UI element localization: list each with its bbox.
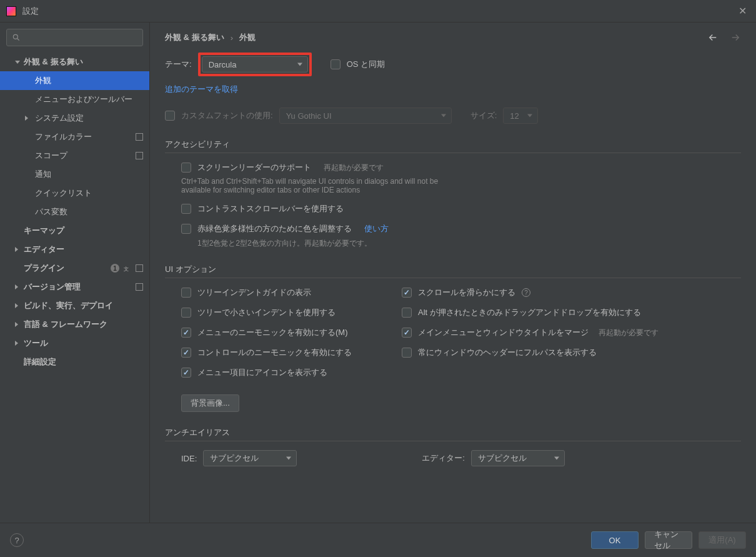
opt-menu-icons: メニュー項目にアイコンを表示する — [181, 367, 352, 378]
opt-control-mnemonics: コントロールのニーモニックを有効にする — [181, 347, 352, 358]
antialias-ide-label: IDE: — [181, 454, 197, 463]
color-adjust-label: 赤緑色覚多様性の方のために色を調整する — [197, 223, 352, 234]
search-input[interactable] — [6, 29, 143, 46]
content-pane: 外観 & 振る舞い › 外観 テーマ: Darcula OS と同期 追加のテー… — [150, 23, 756, 523]
help-button[interactable]: ? — [10, 533, 24, 547]
sidebar-item-keymap[interactable]: キーマップ — [0, 221, 149, 240]
locale-icon: 文 — [123, 264, 132, 273]
antialias-title: アンチエイリアス — [165, 427, 741, 438]
screenreader-checkbox[interactable] — [181, 163, 191, 173]
sidebar-item-languages-frameworks[interactable]: 言語 & フレームワーク — [0, 315, 149, 334]
antialias-editor-label: エディター: — [422, 453, 465, 464]
opt-tree-indent-guides: ツリーインデントガイドの表示 — [181, 287, 352, 298]
sidebar-item-version-control[interactable]: バージョン管理 — [0, 278, 149, 296]
checkbox[interactable] — [181, 368, 191, 378]
sidebar-item-scopes[interactable]: スコープ — [0, 146, 149, 165]
nav-back-icon[interactable] — [707, 32, 719, 43]
nav-forward-icon — [730, 32, 741, 43]
sidebar-item-notifications[interactable]: 通知 — [0, 165, 149, 184]
checkbox[interactable] — [402, 288, 412, 298]
apply-button[interactable]: 適用(A) — [699, 531, 746, 549]
antialias-editor-select[interactable]: サブピクセル — [471, 450, 565, 466]
cancel-button[interactable]: キャンセル — [645, 531, 692, 549]
sidebar-item-appearance[interactable]: 外観 — [0, 71, 149, 90]
checkbox[interactable] — [181, 328, 191, 338]
sidebar-item-file-colors[interactable]: ファイルカラー — [0, 128, 149, 146]
opt-merge-menu: メインメニューとウィンドウタイトルをマージ再起動が必要です — [402, 327, 659, 338]
contrast-scroll-checkbox[interactable] — [181, 204, 191, 214]
divider — [165, 441, 741, 441]
footer: ? OK キャンセル 適用(A) — [0, 523, 756, 557]
close-icon[interactable]: ✕ — [735, 5, 750, 17]
divider — [165, 153, 741, 153]
breadcrumb-leaf: 外観 — [239, 32, 256, 43]
sync-os-checkbox[interactable] — [331, 59, 341, 69]
uiopts-title: UI オプション — [165, 264, 741, 275]
howto-link[interactable]: 使い方 — [364, 223, 389, 234]
opt-smooth-scroll: スクロールを滑らかにする? — [402, 287, 659, 298]
sidebar-item-plugins[interactable]: プラグイン 1 文 — [0, 259, 149, 278]
custom-font-checkbox[interactable] — [165, 111, 175, 121]
antialias-ide-select[interactable]: サブピクセル — [203, 450, 297, 466]
sidebar-item-system-settings[interactable]: システム設定 — [0, 109, 149, 128]
font-size-select[interactable]: 12 — [503, 108, 538, 124]
sidebar-item-appearance-behavior[interactable]: 外観 & 振る舞い — [0, 53, 149, 71]
project-scope-icon — [136, 283, 143, 291]
divider — [165, 278, 741, 278]
restart-hint: 再起動が必要です — [324, 163, 384, 173]
update-badge: 1 — [111, 264, 119, 273]
sidebar-item-advanced[interactable]: 詳細設定 — [0, 353, 149, 371]
checkbox[interactable] — [181, 308, 191, 318]
custom-font-label: カスタムフォントの使用: — [181, 110, 273, 121]
sidebar-item-path-variables[interactable]: パス変数 — [0, 203, 149, 221]
opt-menu-mnemonics: メニューのニーモニックを有効にする(M) — [181, 327, 352, 338]
color-adjust-checkbox[interactable] — [181, 224, 191, 234]
sidebar-item-menus-toolbars[interactable]: メニューおよびツールバー — [0, 90, 149, 109]
breadcrumb-root[interactable]: 外観 & 振る舞い — [165, 32, 224, 43]
window-title: 設定 — [22, 6, 735, 17]
bg-image-button[interactable]: 背景画像... — [181, 394, 239, 412]
opt-alt-drag: Alt が押されたときのみドラッグアンドドロップを有効にする — [402, 307, 659, 318]
get-more-themes-link[interactable]: 追加のテーマを取得 — [165, 84, 238, 95]
opt-fullpath-header: 常にウィンドウのヘッダーにフルパスを表示する — [402, 347, 659, 358]
svg-text:文: 文 — [123, 266, 129, 272]
font-family-select[interactable]: Yu Gothic UI — [279, 108, 452, 124]
chevron-right-icon: › — [231, 33, 233, 43]
opt-small-indent: ツリーで小さいインデントを使用する — [181, 307, 352, 318]
contrast-scroll-label: コントラストスクロールバーを使用する — [197, 203, 344, 214]
app-icon — [6, 6, 16, 16]
sidebar: 外観 & 振る舞い 外観 メニューおよびツールバー システム設定 ファイルカラー… — [0, 23, 150, 523]
cv-note: 1型2色覚と2型2色覚の方向け。再起動が必要です。 — [197, 238, 741, 249]
tab-hint: Ctrl+Tab and Ctrl+Shift+Tab will navigat… — [181, 177, 469, 194]
checkbox[interactable] — [402, 348, 412, 358]
checkbox[interactable] — [181, 348, 191, 358]
sidebar-item-editor[interactable]: エディター — [0, 240, 149, 259]
sidebar-item-quicklists[interactable]: クイックリスト — [0, 184, 149, 203]
svg-line-1 — [17, 39, 19, 41]
theme-label: テーマ: — [165, 59, 192, 70]
sidebar-item-build[interactable]: ビルド、実行、デプロイ — [0, 296, 149, 315]
checkbox[interactable] — [181, 288, 191, 298]
checkbox[interactable] — [402, 308, 412, 318]
help-icon[interactable]: ? — [522, 288, 530, 297]
titlebar: 設定 ✕ — [0, 0, 756, 23]
accessibility-title: アクセシビリティ — [165, 139, 741, 150]
breadcrumb: 外観 & 振る舞い › 外観 — [165, 23, 741, 53]
project-scope-icon — [136, 133, 143, 141]
sync-os-label: OS と同期 — [347, 59, 385, 70]
highlight-theme-selector: Darcula — [198, 53, 312, 76]
font-size-label: サイズ: — [470, 110, 497, 121]
project-scope-icon — [136, 152, 143, 159]
screenreader-label: スクリーンリーダーのサポート — [197, 162, 311, 173]
search-icon — [12, 33, 21, 42]
theme-select[interactable]: Darcula — [202, 56, 308, 73]
ok-button[interactable]: OK — [591, 531, 639, 549]
svg-point-0 — [13, 34, 17, 39]
sidebar-item-tools[interactable]: ツール — [0, 334, 149, 353]
project-scope-icon — [136, 264, 143, 272]
checkbox[interactable] — [402, 328, 412, 338]
